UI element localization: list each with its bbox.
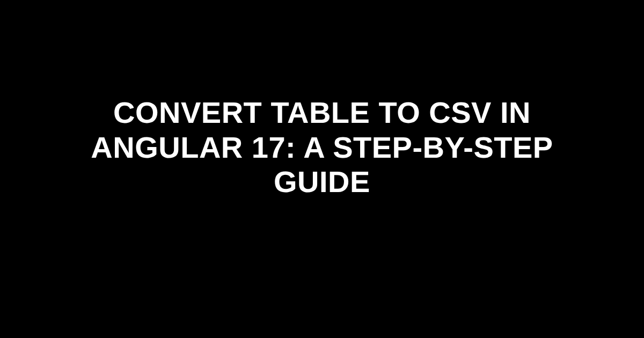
- title-container: Convert Table to CSV in Angular 17: A St…: [0, 95, 644, 199]
- page-title: Convert Table to CSV in Angular 17: A St…: [43, 95, 601, 199]
